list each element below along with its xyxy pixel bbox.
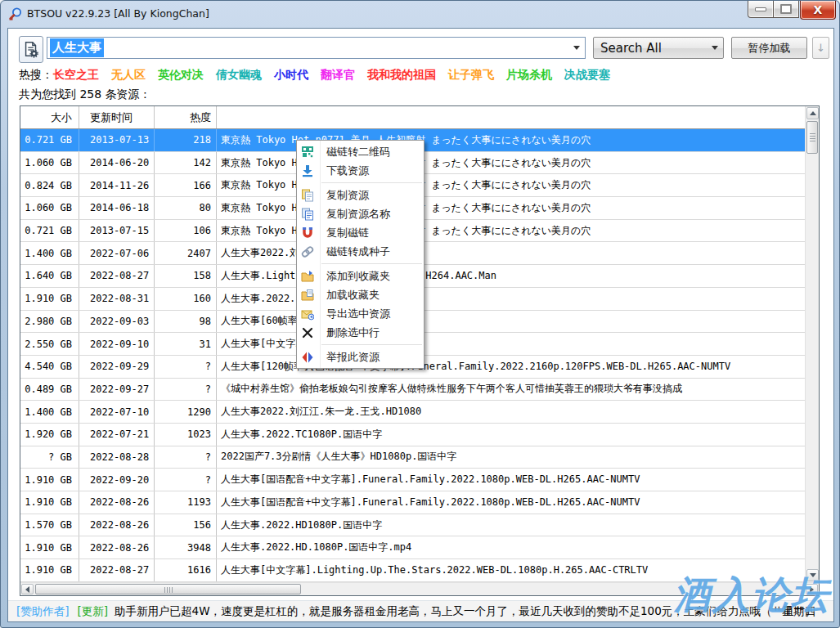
hot-term[interactable]: 无人区 (111, 68, 146, 81)
cell-heat: 3948 (155, 536, 217, 558)
header-heat[interactable]: 热度 (155, 106, 217, 128)
table-row[interactable]: 1.910 GB 2022-08-26 1193 人生大事[国语配音+中文字幕]… (20, 491, 805, 514)
context-menu-item[interactable]: 磁链转二维码 (297, 142, 424, 161)
cell-size: 1.910 GB (20, 288, 79, 310)
cell-name: 人生大事.2022.HD.1080P.国语中字.mp4 (217, 536, 805, 558)
hot-term[interactable]: 长空之王 (53, 68, 99, 81)
menu-separator (321, 263, 422, 264)
header-name[interactable] (217, 106, 805, 128)
scroll-up-button[interactable] (806, 107, 819, 119)
engine-dropdown-chevron-icon[interactable] (712, 46, 718, 50)
context-menu-item[interactable]: 复制资源 (297, 186, 424, 204)
sponsor-author-link[interactable]: [赞助作者] (16, 604, 70, 619)
table-row[interactable]: 1.910 GB 2022-09-20 ? 人生大事[国语配音+中文字幕].Fu… (20, 469, 805, 491)
cell-date: 2022-08-27 (79, 559, 155, 581)
scroll-right-button[interactable] (806, 584, 818, 594)
client-area: 人生大事 Search All 暂停加载 ↓ 热搜：长空之王无人区英伦对决倩女幽… (7, 28, 834, 622)
maximize-button[interactable] (774, 1, 799, 18)
cell-name: 《城中村养生馆》偷拍老板娘勾引按摩客人做特殊性服务下午两个客人可惜抽芙蓉王的猥琐… (217, 379, 805, 401)
hot-term[interactable]: 片场杀机 (506, 68, 552, 81)
context-menu-item-label: 导出选中资源 (326, 307, 390, 321)
context-menu-item[interactable]: 导出选中资源 (297, 304, 424, 323)
thumb-grip-icon (810, 133, 815, 141)
export-mail-icon (301, 307, 314, 321)
arrow-up-icon (810, 111, 816, 115)
pause-loading-button[interactable]: 暂停加载 (731, 37, 807, 59)
cell-date: 2014-06-20 (79, 152, 155, 174)
cell-size: 1.570 GB (20, 514, 79, 536)
cell-date: 2022-09-27 (79, 379, 155, 401)
cell-heat: 156 (155, 514, 217, 536)
table-row[interactable]: 1.910 GB 2022-08-26 3948 人生大事.2022.HD.10… (20, 536, 805, 559)
context-menu-item[interactable]: 添加到收藏夹 (297, 267, 424, 285)
cell-heat: 142 (155, 152, 217, 174)
table-row[interactable]: 1.920 GB 2022-07-21 1023 人生大事.2022.TC108… (20, 424, 805, 446)
arrow-left-icon (25, 586, 29, 593)
cell-heat: 98 (155, 311, 217, 333)
maximize-icon (780, 4, 792, 14)
result-count-text: 共为您找到 258 条资源： (19, 87, 151, 102)
hot-term[interactable]: 我和我的祖国 (367, 68, 436, 81)
minimize-button[interactable] (748, 1, 774, 18)
cell-heat: 31 (155, 333, 217, 355)
download-icon (301, 164, 314, 177)
cell-heat: ? (155, 446, 217, 469)
scroll-latest-button[interactable]: ↓ (812, 37, 829, 59)
context-menu-item[interactable]: 磁链转成种子 (297, 242, 424, 261)
context-menu-item[interactable]: 删除选中行 (297, 323, 424, 342)
hot-search-row: 热搜：长空之王无人区英伦对决倩女幽魂小时代翻译官我和我的祖国让子弹飞片场杀机决战… (19, 68, 622, 83)
context-menu-item[interactable]: 复制资源名称 (297, 204, 424, 223)
close-button[interactable]: X (800, 1, 836, 20)
qr-code-icon (301, 146, 314, 159)
hot-term[interactable]: 让子弹飞 (448, 68, 494, 81)
cell-date: 2013-07-13 (79, 129, 155, 151)
cell-name: 人生大事[国语配音+中文字幕].Funeral.Family.2022.1080… (217, 491, 805, 514)
table-row[interactable]: ? GB 2022-08-28 ? 2022国产7.3分剧情《人生大事》HD10… (20, 446, 805, 469)
magnet-icon (301, 227, 314, 240)
vertical-scrollbar[interactable] (805, 106, 819, 582)
vertical-scroll-thumb[interactable] (806, 121, 818, 154)
download-icon (301, 164, 314, 177)
horizontal-scroll-thumb[interactable] (35, 584, 301, 594)
context-menu-item-label: 下载资源 (326, 164, 369, 178)
scroll-left-button[interactable] (21, 584, 34, 594)
context-menu-item[interactable]: 下载资源 (297, 161, 424, 180)
report-icon (301, 351, 314, 364)
hot-term[interactable]: 英伦对决 (158, 68, 204, 81)
hot-term[interactable]: 小时代 (274, 68, 308, 81)
context-menu-item[interactable]: 复制磁链 (297, 223, 424, 242)
cell-date: 2014-06-18 (79, 197, 155, 219)
cell-date: 2013-07-15 (79, 220, 155, 242)
delete-x-icon (301, 326, 314, 339)
engine-select-value: Search All (600, 41, 662, 56)
cell-heat: ? (155, 379, 217, 401)
cell-date: 2022-08-28 (79, 446, 155, 469)
search-input[interactable]: 人生大事 (47, 37, 586, 59)
header-date[interactable]: 更新时间 (79, 106, 155, 128)
search-input-selected-text[interactable]: 人生大事 (50, 38, 104, 57)
table-row[interactable]: 1.400 GB 2022-07-10 1290 人生大事2022.刘江江.朱一… (20, 401, 805, 424)
cell-size: 4.540 GB (20, 356, 79, 378)
horizontal-scrollbar[interactable] (20, 582, 819, 595)
arrow-right-icon (810, 586, 814, 593)
hot-term[interactable]: 决战要塞 (564, 68, 610, 81)
context-menu-item[interactable]: 加载收藏夹 (297, 285, 424, 304)
update-link[interactable]: [更新] (78, 604, 109, 619)
hot-term[interactable]: 倩女幽魂 (216, 68, 262, 81)
status-bar: [赞助作者] [更新] 助手新用户已超4W，速度更是杠杠的，就是服务器租金用老高… (8, 600, 833, 621)
table-row[interactable]: 0.489 GB 2022-09-27 ? 《城中村养生馆》偷拍老板娘勾引按摩客… (20, 379, 805, 401)
scroll-down-button[interactable] (806, 569, 819, 581)
cell-name: 人生大事2022.刘江江.朱一龙.王戈.HD1080 (217, 401, 805, 423)
cell-heat: 1290 (155, 401, 217, 423)
search-dropdown-chevron-icon[interactable] (573, 46, 580, 50)
engine-select[interactable]: Search All (593, 37, 724, 59)
header-size[interactable]: 大小 (20, 106, 79, 128)
table-row[interactable]: 1.570 GB 2022-08-26 156 人生大事.2022.HD1080… (20, 514, 805, 537)
magnet-icon (301, 227, 314, 240)
cell-size: ? GB (20, 446, 79, 469)
table-row[interactable]: 1.910 GB 2022-08-27 1616 人生大事[中文字幕].Ligh… (20, 559, 805, 582)
search-options-button[interactable] (19, 36, 43, 63)
cell-heat: 2407 (155, 242, 217, 264)
context-menu-item[interactable]: 举报此资源 (297, 348, 424, 366)
hot-term[interactable]: 翻译官 (321, 68, 355, 81)
